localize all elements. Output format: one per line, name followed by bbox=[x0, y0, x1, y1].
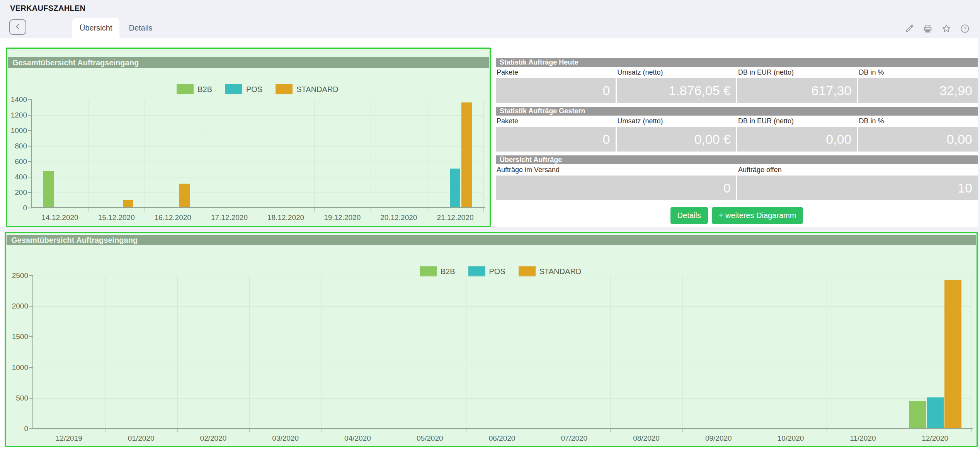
legend-item: STANDARD bbox=[519, 266, 582, 276]
print-icon[interactable] bbox=[923, 24, 933, 34]
y-axis-label: 0 bbox=[7, 424, 28, 433]
chart-title: Gesamtübersicht Auftragseingang bbox=[7, 235, 976, 245]
y-axis-label: 500 bbox=[7, 394, 28, 402]
x-tick bbox=[466, 429, 466, 432]
umsatz-value: 1.876,05 € bbox=[617, 78, 737, 103]
x-axis-label: 11/2020 bbox=[850, 434, 876, 443]
x-axis-label: 15.12.2020 bbox=[98, 213, 135, 222]
y-axis-label: 600 bbox=[5, 157, 27, 166]
gridline bbox=[177, 276, 178, 429]
gridline bbox=[145, 100, 145, 208]
gridline bbox=[322, 276, 322, 429]
bar-b2b bbox=[909, 401, 926, 428]
statistics-panel: Statistik Aufträge Heute Pakete Umsatz (… bbox=[496, 58, 978, 227]
gridline bbox=[258, 100, 258, 208]
value-row: 0 10 bbox=[496, 176, 978, 200]
column-label: Umsatz (netto) bbox=[617, 68, 737, 77]
db-eur-value: 0,00 bbox=[737, 127, 857, 152]
x-axis-label: 09/2020 bbox=[705, 434, 732, 443]
add-chart-button[interactable]: + weiteres Diagaramm bbox=[712, 207, 803, 224]
legend-swatch-b2b bbox=[420, 266, 437, 276]
x-tick bbox=[899, 429, 899, 432]
column-label: DB in EUR (netto) bbox=[737, 117, 857, 125]
x-tick bbox=[177, 429, 178, 432]
legend-swatch-pos bbox=[468, 266, 485, 276]
verkaufszahlen-page: VERKAUFSZAHLEN Übersicht Details ? bbox=[0, 0, 980, 450]
gridline bbox=[483, 100, 484, 208]
x-tick bbox=[394, 429, 394, 432]
x-tick bbox=[755, 429, 755, 432]
stats-section-gestern: Statistik Aufträge Gestern Pakete Umsatz… bbox=[496, 107, 978, 152]
umsatz-value: 0,00 € bbox=[617, 127, 737, 152]
x-tick bbox=[827, 429, 827, 432]
gridline bbox=[105, 276, 105, 429]
gridline bbox=[682, 276, 683, 429]
column-label: DB in % bbox=[858, 68, 978, 77]
tab-uebersicht[interactable]: Übersicht bbox=[72, 18, 119, 38]
tab-details[interactable]: Details bbox=[119, 18, 162, 38]
x-axis-label: 19.12.2020 bbox=[324, 213, 361, 222]
x-tick bbox=[427, 208, 427, 211]
legend-label: B2B bbox=[441, 267, 455, 276]
y-axis-label: 800 bbox=[5, 142, 27, 150]
edit-icon[interactable] bbox=[904, 24, 914, 34]
x-tick bbox=[105, 429, 105, 432]
help-icon[interactable]: ? bbox=[960, 24, 970, 34]
gridline bbox=[427, 100, 427, 208]
x-axis-label: 04/2020 bbox=[344, 434, 371, 443]
svg-text:?: ? bbox=[963, 26, 966, 32]
y-axis bbox=[32, 276, 33, 429]
stats-section-uebersicht: Übersicht Aufträge Aufträge im Versand A… bbox=[496, 155, 978, 200]
x-axis-label: 17.12.2020 bbox=[211, 213, 248, 222]
gridline bbox=[33, 368, 971, 368]
gridline bbox=[371, 100, 371, 208]
back-button[interactable] bbox=[9, 19, 26, 35]
details-button[interactable]: Details bbox=[670, 207, 708, 224]
legend-item: POS bbox=[468, 266, 505, 276]
toolbar-actions: ? bbox=[904, 24, 970, 34]
x-axis-label: 18.12.2020 bbox=[267, 213, 304, 222]
gridline bbox=[899, 276, 899, 429]
y-axis-label: 2000 bbox=[7, 302, 28, 310]
pakete-value: 0 bbox=[496, 127, 616, 152]
x-axis-label: 20.12.2020 bbox=[380, 213, 417, 222]
x-tick bbox=[314, 208, 315, 211]
x-axis-label: 01/2020 bbox=[128, 434, 155, 443]
gridline bbox=[538, 276, 538, 429]
column-labels: Aufträge im Versand Aufträge offen bbox=[496, 164, 978, 176]
y-axis-label: 400 bbox=[5, 173, 27, 181]
legend-label: STANDARD bbox=[539, 267, 582, 276]
y-axis-label: 0 bbox=[5, 204, 27, 212]
gridline bbox=[394, 276, 394, 429]
x-tick bbox=[249, 429, 250, 432]
x-tick bbox=[322, 429, 322, 432]
value-row: 0 1.876,05 € 617,30 32,90 bbox=[496, 78, 978, 103]
gridline bbox=[88, 100, 88, 208]
bar-standard bbox=[179, 184, 190, 208]
x-tick bbox=[145, 208, 145, 211]
x-axis-label: 08/2020 bbox=[633, 434, 660, 443]
column-labels: Pakete Umsatz (netto) DB in EUR (netto) … bbox=[496, 116, 978, 127]
x-axis-label: 14.12.2020 bbox=[42, 213, 78, 222]
y-axis-label: 200 bbox=[5, 188, 27, 197]
versand-value: 0 bbox=[496, 176, 736, 200]
legend-swatch-pos bbox=[225, 84, 242, 94]
favorite-icon[interactable] bbox=[941, 24, 951, 34]
bar-standard bbox=[461, 102, 472, 208]
bar-b2b bbox=[43, 171, 54, 208]
y-axis-label: 1200 bbox=[5, 111, 27, 119]
section-header: Statistik Aufträge Gestern bbox=[496, 107, 978, 116]
stats-section-heute: Statistik Aufträge Heute Pakete Umsatz (… bbox=[496, 58, 978, 103]
button-row: Details + weiteres Diagaramm bbox=[496, 207, 978, 224]
gridline bbox=[33, 306, 971, 307]
column-label: DB in EUR (netto) bbox=[737, 68, 857, 77]
x-tick bbox=[258, 208, 258, 211]
gridline bbox=[755, 276, 755, 429]
x-axis-label: 06/2020 bbox=[489, 434, 516, 443]
pakete-value: 0 bbox=[496, 78, 616, 103]
x-tick bbox=[88, 208, 88, 211]
db-percent-value: 0,00 bbox=[858, 127, 978, 152]
column-label: DB in % bbox=[858, 117, 978, 125]
x-tick bbox=[33, 429, 33, 432]
bar-standard bbox=[123, 200, 133, 208]
